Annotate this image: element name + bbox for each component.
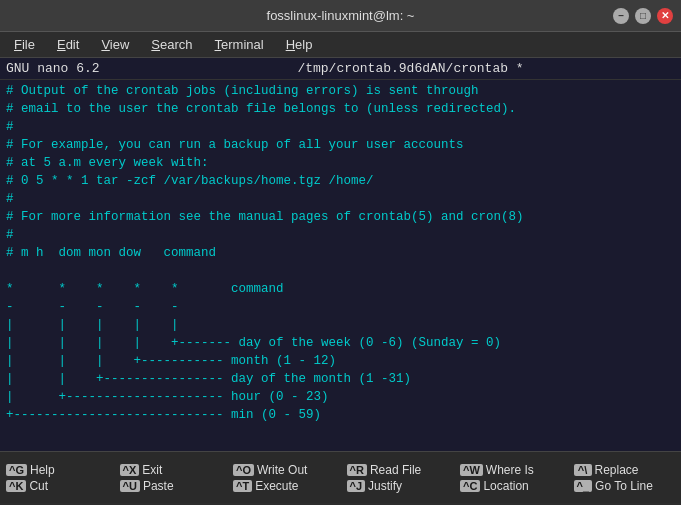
shortcut-label: Exit <box>142 463 162 477</box>
editor-line: # email to the user the crontab file bel… <box>6 100 675 118</box>
editor-line: # Output of the crontab jobs (including … <box>6 82 675 100</box>
editor-line: +---------------------------- min (0 - 5… <box>6 406 675 424</box>
menu-file[interactable]: File <box>4 35 45 54</box>
shortcut-key: ^_ <box>574 480 593 492</box>
shortcut-key: ^G <box>6 464 27 476</box>
menu-edit[interactable]: Edit <box>47 35 89 54</box>
shortcut-key: ^W <box>460 464 483 476</box>
nano-filename: /tmp/crontab.9d6dAN/crontab * <box>146 61 675 76</box>
editor-line: # For example, you can run a backup of a… <box>6 136 675 154</box>
window-controls: – □ ✕ <box>613 8 673 24</box>
editor-area: GNU nano 6.2 /tmp/crontab.9d6dAN/crontab… <box>0 58 681 451</box>
footer-shortcut[interactable]: ^WWhere Is <box>460 463 562 477</box>
footer-col: ^RRead File^JJustify <box>341 452 455 503</box>
editor-line: - - - - - <box>6 298 675 316</box>
nano-version: GNU nano 6.2 <box>6 61 146 76</box>
footer-shortcut[interactable]: ^TExecute <box>233 479 335 493</box>
shortcut-key: ^U <box>120 480 140 492</box>
shortcut-key: ^T <box>233 480 252 492</box>
footer-shortcut[interactable]: ^RRead File <box>347 463 449 477</box>
footer-shortcut[interactable]: ^_Go To Line <box>574 479 676 493</box>
shortcut-key: ^\ <box>574 464 592 476</box>
footer-shortcut[interactable]: ^OWrite Out <box>233 463 335 477</box>
editor-line: # For more information see the manual pa… <box>6 208 675 226</box>
menu-search[interactable]: Search <box>141 35 202 54</box>
nano-footer: ^GHelp^KCut^XExit^UPaste^OWrite Out^TExe… <box>0 451 681 503</box>
footer-shortcut[interactable]: ^XExit <box>120 463 222 477</box>
footer-shortcut[interactable]: ^JJustify <box>347 479 449 493</box>
menu-help[interactable]: Help <box>276 35 323 54</box>
shortcut-label: Go To Line <box>595 479 653 493</box>
editor-line: | | +---------------- day of the month (… <box>6 370 675 388</box>
maximize-button[interactable]: □ <box>635 8 651 24</box>
shortcut-key: ^J <box>347 480 366 492</box>
footer-shortcut[interactable]: ^CLocation <box>460 479 562 493</box>
editor-line: | | | | +------- day of the week (0 -6) … <box>6 334 675 352</box>
shortcut-label: Execute <box>255 479 298 493</box>
editor-line: # <box>6 226 675 244</box>
shortcut-label: Cut <box>29 479 48 493</box>
menubar: File Edit View Search Terminal Help <box>0 32 681 58</box>
shortcut-label: Where Is <box>486 463 534 477</box>
shortcut-label: Write Out <box>257 463 307 477</box>
footer-shortcut[interactable]: ^KCut <box>6 479 108 493</box>
editor-line: | | | | | <box>6 316 675 334</box>
editor-line: | | | +----------- month (1 - 12) <box>6 352 675 370</box>
menu-view[interactable]: View <box>91 35 139 54</box>
shortcut-key: ^O <box>233 464 254 476</box>
footer-shortcut[interactable]: ^GHelp <box>6 463 108 477</box>
close-button[interactable]: ✕ <box>657 8 673 24</box>
shortcut-key: ^K <box>6 480 26 492</box>
footer-col: ^GHelp^KCut <box>0 452 114 503</box>
editor-line <box>6 262 675 280</box>
footer-col: ^OWrite Out^TExecute <box>227 452 341 503</box>
editor-line: # 0 5 * * 1 tar -zcf /var/backups/home.t… <box>6 172 675 190</box>
footer-shortcut[interactable]: ^\Replace <box>574 463 676 477</box>
editor-line: # m h dom mon dow command <box>6 244 675 262</box>
footer-shortcut[interactable]: ^UPaste <box>120 479 222 493</box>
shortcut-label: Read File <box>370 463 421 477</box>
shortcut-label: Justify <box>368 479 402 493</box>
editor-content[interactable]: # Output of the crontab jobs (including … <box>0 80 681 451</box>
editor-line: # at 5 a.m every week with: <box>6 154 675 172</box>
menu-terminal[interactable]: Terminal <box>205 35 274 54</box>
editor-line: * * * * * command <box>6 280 675 298</box>
titlebar: fosslinux-linuxmint@lm: ~ – □ ✕ <box>0 0 681 32</box>
window-title: fosslinux-linuxmint@lm: ~ <box>68 8 613 23</box>
minimize-button[interactable]: – <box>613 8 629 24</box>
editor-line: | +--------------------- hour (0 - 23) <box>6 388 675 406</box>
shortcut-key: ^R <box>347 464 367 476</box>
shortcut-label: Location <box>483 479 528 493</box>
editor-line: # <box>6 118 675 136</box>
footer-col: ^XExit^UPaste <box>114 452 228 503</box>
footer-col: ^WWhere Is^CLocation <box>454 452 568 503</box>
shortcut-key: ^C <box>460 480 480 492</box>
shortcut-label: Paste <box>143 479 174 493</box>
shortcut-label: Replace <box>595 463 639 477</box>
footer-col: ^\Replace^_Go To Line <box>568 452 682 503</box>
editor-line: # <box>6 190 675 208</box>
nano-header: GNU nano 6.2 /tmp/crontab.9d6dAN/crontab… <box>0 58 681 80</box>
shortcut-label: Help <box>30 463 55 477</box>
shortcut-key: ^X <box>120 464 140 476</box>
